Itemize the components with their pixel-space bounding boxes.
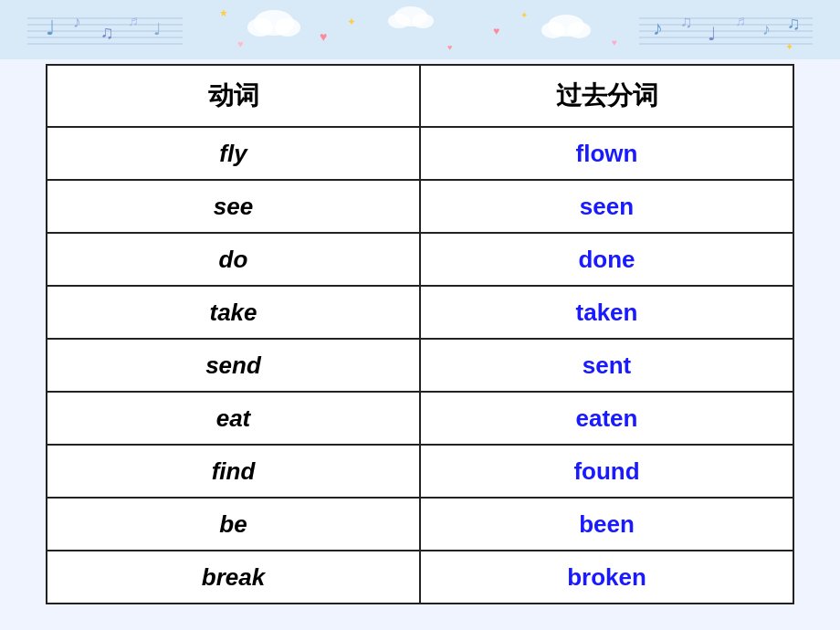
past-participle-cell: seen [420,180,793,233]
table-row: findfound [47,445,793,498]
verb-cell: eat [47,392,420,445]
verb-cell: be [47,498,420,551]
verb-cell: break [47,551,420,604]
verb-table: 动词 过去分词 flyflownseeseendodonetaketakense… [46,64,794,604]
verb-cell: send [47,339,420,392]
past-participle-cell: broken [420,551,793,604]
past-participle-cell: eaten [420,392,793,445]
main-content: 动词 过去分词 flyflownseeseendodonetaketakense… [0,0,840,604]
verb-cell: take [47,286,420,339]
table-row: breakbroken [47,551,793,604]
past-participle-cell: taken [420,286,793,339]
past-participle-cell: done [420,233,793,286]
past-participle-cell: sent [420,339,793,392]
past-participle-cell: flown [420,127,793,180]
table-row: bebeen [47,498,793,551]
table-row: dodone [47,233,793,286]
verb-cell: see [47,180,420,233]
past-participle-cell: been [420,498,793,551]
verb-cell: find [47,445,420,498]
table-row: flyflown [47,127,793,180]
table-row: taketaken [47,286,793,339]
verb-cell: do [47,233,420,286]
verb-cell: fly [47,127,420,180]
header-past-participle: 过去分词 [420,65,793,127]
header-verb: 动词 [47,65,420,127]
table-header-row: 动词 过去分词 [47,65,793,127]
table-row: sendsent [47,339,793,392]
past-participle-cell: found [420,445,793,498]
table-row: seeseen [47,180,793,233]
table-row: eateaten [47,392,793,445]
